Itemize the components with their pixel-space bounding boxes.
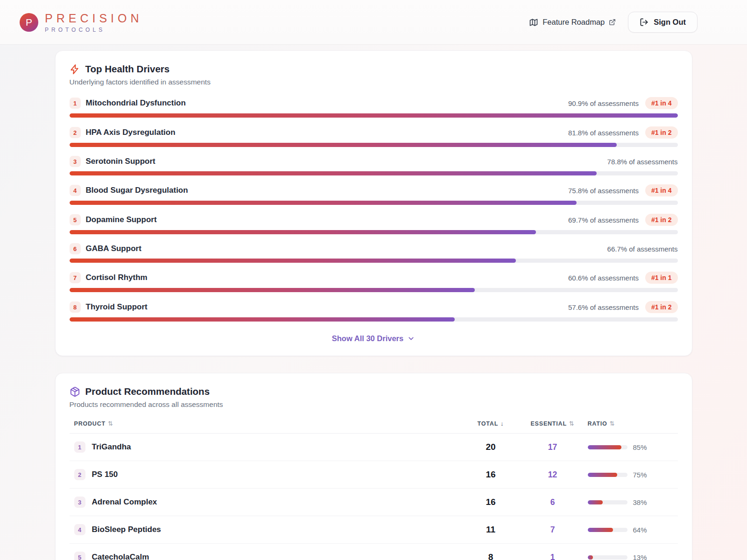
products-table-header: PRODUCT ⇅ TOTAL ↓ ESSENTIAL ⇅ RATIO ⇅ (70, 420, 678, 434)
top-health-drivers-card: Top Health Drivers Underlying factors id… (55, 50, 692, 356)
sign-out-button[interactable]: Sign Out (628, 12, 698, 33)
sign-out-label: Sign Out (654, 18, 686, 27)
sort-icon: ⇅ (609, 420, 615, 427)
driver-bar-fill (70, 259, 516, 263)
chevron-down-icon (407, 335, 415, 343)
driver-name: Dopamine Support (86, 215, 157, 224)
feature-roadmap-link[interactable]: Feature Roadmap (529, 18, 616, 27)
ratio-bar-track (588, 473, 627, 477)
driver-row: 7 Cortisol Rhythm 60.6% of assessments #… (70, 272, 678, 292)
ratio-bar-track (588, 528, 627, 532)
driver-row: 2 HPA Axis Dysregulation 81.8% of assess… (70, 126, 678, 147)
ratio-bar-fill (588, 473, 618, 477)
feature-roadmap-label: Feature Roadmap (543, 18, 605, 27)
ratio-bar-track (588, 500, 627, 504)
package-icon (70, 386, 80, 397)
table-row: 4 BioSleep Peptides 11 7 64% (70, 516, 678, 544)
driver-name: Mitochondrial Dysfunction (86, 98, 186, 108)
drivers-card-subtitle: Underlying factors identified in assessm… (70, 78, 678, 86)
driver-frequency-badge: #1 in 2 (645, 301, 678, 313)
column-label: PRODUCT (74, 420, 106, 427)
driver-row: 3 Serotonin Support 78.8% of assessments (70, 156, 678, 175)
column-label: RATIO (588, 420, 607, 427)
product-rank-badge: 4 (74, 524, 85, 535)
driver-bar-track (70, 317, 678, 322)
driver-bar-track (70, 259, 678, 263)
table-row: 1 TriGandha 20 17 85% (70, 434, 678, 461)
driver-rank-badge: 6 (70, 243, 81, 254)
driver-percent-label: 90.9% of assessments (568, 99, 639, 107)
driver-bar-fill (70, 201, 577, 205)
sort-icon: ⇅ (569, 420, 575, 427)
driver-rank-badge: 4 (70, 185, 81, 196)
product-essential: 6 (518, 497, 588, 507)
driver-bar-fill (70, 143, 617, 147)
table-row: 3 Adrenal Complex 16 6 38% (70, 489, 678, 516)
product-total: 16 (464, 469, 518, 480)
ratio-percent-label: 64% (633, 526, 647, 534)
driver-rank-badge: 3 (70, 156, 81, 167)
driver-row: 1 Mitochondrial Dysfunction 90.9% of ass… (70, 97, 678, 118)
driver-name: Cortisol Rhythm (86, 273, 148, 282)
driver-rank-badge: 7 (70, 272, 81, 283)
product-name: Adrenal Complex (92, 497, 157, 507)
sort-icon-active: ↓ (500, 420, 504, 427)
product-name: PS 150 (92, 470, 118, 479)
column-header-essential[interactable]: ESSENTIAL ⇅ (518, 420, 588, 427)
product-rank-badge: 2 (74, 469, 85, 480)
driver-name: Thyroid Support (86, 302, 148, 312)
driver-row: 6 GABA Support 66.7% of assessments (70, 243, 678, 263)
ratio-bar-track (588, 555, 627, 560)
product-essential: 17 (518, 442, 588, 452)
brand-name: PRECISION (45, 12, 143, 25)
product-rank-badge: 3 (74, 497, 85, 508)
map-icon (529, 18, 538, 27)
driver-percent-label: 81.8% of assessments (568, 129, 639, 137)
driver-percent-label: 78.8% of assessments (607, 158, 678, 166)
product-essential: 7 (518, 525, 588, 535)
external-link-icon (609, 19, 616, 26)
product-name: TriGandha (92, 442, 131, 452)
ratio-percent-label: 13% (633, 553, 647, 560)
product-essential: 1 (518, 553, 588, 560)
product-total: 8 (464, 552, 518, 560)
driver-bar-track (70, 230, 678, 234)
logout-icon (640, 18, 648, 27)
lightning-icon (70, 64, 80, 75)
driver-rank-badge: 2 (70, 127, 81, 138)
driver-bar-track (70, 201, 678, 205)
driver-percent-label: 69.7% of assessments (568, 216, 639, 224)
products-table: PRODUCT ⇅ TOTAL ↓ ESSENTIAL ⇅ RATIO ⇅ (70, 420, 678, 560)
ratio-bar-track (588, 445, 627, 449)
column-header-total[interactable]: TOTAL ↓ (464, 420, 518, 427)
column-header-ratio[interactable]: RATIO ⇅ (588, 420, 674, 427)
product-total: 20 (464, 442, 518, 452)
driver-bar-fill (70, 113, 678, 118)
brand-logo: P PRECISION PROTOCOLS (20, 12, 143, 33)
logo-icon: P (20, 13, 38, 32)
product-total: 16 (464, 497, 518, 507)
table-row: 5 CatecholaCalm 8 1 13% (70, 544, 678, 560)
ratio-percent-label: 85% (633, 443, 647, 451)
driver-bar-fill (70, 171, 597, 175)
driver-bar-track (70, 143, 678, 147)
product-name: BioSleep Peptides (92, 525, 161, 534)
brand-subname: PROTOCOLS (45, 27, 143, 33)
product-recommendations-card: Product Recommendations Products recomme… (55, 373, 692, 560)
driver-row: 4 Blood Sugar Dysregulation 75.8% of ass… (70, 184, 678, 205)
driver-frequency-badge: #1 in 4 (645, 97, 678, 109)
driver-bar-fill (70, 230, 536, 234)
driver-percent-label: 60.6% of assessments (568, 274, 639, 282)
ratio-percent-label: 75% (633, 471, 647, 479)
show-all-drivers-button[interactable]: Show All 30 Drivers (70, 334, 678, 343)
ratio-bar-fill (588, 555, 593, 560)
product-name: CatecholaCalm (92, 553, 149, 560)
column-header-product[interactable]: PRODUCT ⇅ (74, 420, 464, 427)
driver-row: 5 Dopamine Support 69.7% of assessments … (70, 214, 678, 234)
driver-percent-label: 75.8% of assessments (568, 187, 639, 195)
ratio-bar-fill (588, 528, 613, 532)
driver-name: HPA Axis Dysregulation (86, 128, 176, 137)
product-essential: 12 (518, 470, 588, 480)
driver-frequency-badge: #1 in 2 (645, 126, 678, 139)
driver-rank-badge: 5 (70, 214, 81, 225)
